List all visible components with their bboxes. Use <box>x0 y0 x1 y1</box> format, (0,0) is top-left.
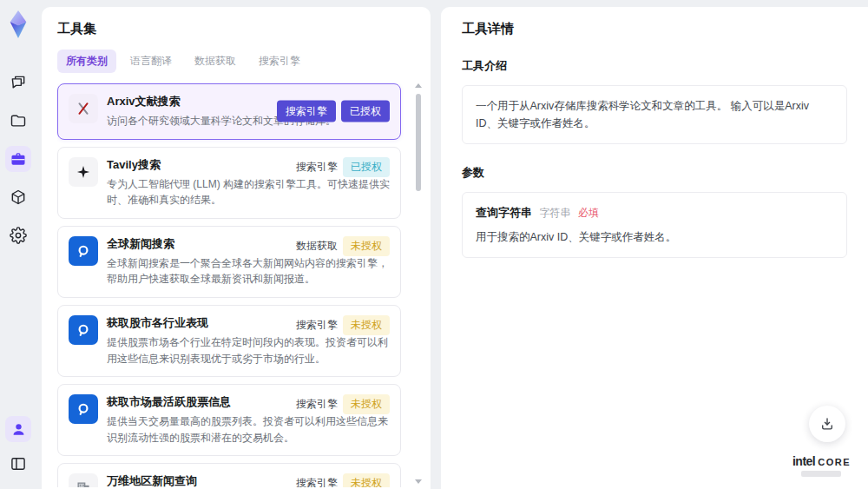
param-description: 用于搜索的Arxiv ID、关键字或作者姓名。 <box>476 228 833 246</box>
param-required-label: 必填 <box>578 207 599 219</box>
detail-title: 工具详情 <box>462 21 847 37</box>
category-label: 搜索引擎 <box>296 397 338 412</box>
cube-icon <box>10 188 27 206</box>
tool-detail-panel: 工具详情 工具介绍 一个用于从Arxiv存储库搜索科学论文和文章的工具。 输入可… <box>441 7 868 489</box>
page-title: 工具集 <box>57 21 415 37</box>
intro-box: 一个用于从Arxiv存储库搜索科学论文和文章的工具。 输入可以是Arxiv ID… <box>462 85 847 144</box>
user-icon <box>10 421 27 438</box>
app-logo[interactable] <box>4 9 32 40</box>
param-name: 查询字符串 <box>476 206 532 219</box>
news-app-icon <box>69 236 98 266</box>
status-badge: 已授权 <box>341 101 390 122</box>
tool-description: 专为人工智能代理 (LLM) 构建的搜索引擎工具。可快速提供实时、准确和真实的结… <box>107 176 390 208</box>
tool-card-tavily[interactable]: Tavily搜索 专为人工智能代理 (LLM) 构建的搜索引擎工具。可快速提供实… <box>57 147 401 219</box>
param-type: 字符串 <box>539 207 570 219</box>
brand-intel: intel <box>792 454 815 468</box>
arxiv-logo-icon <box>69 94 98 123</box>
list-scrollbar[interactable] <box>414 83 423 484</box>
tool-card-regional-news[interactable]: 万维地区新闻查询 查询具体行政区划内的新闻，快速了解各地新闻动 搜索引擎 未授权 <box>57 463 401 487</box>
tab-translation[interactable]: 语言翻译 <box>122 50 181 73</box>
params-heading: 参数 <box>462 165 847 181</box>
folder-icon <box>10 112 27 129</box>
sidebar-item-tools[interactable] <box>5 146 31 172</box>
panel-toggle-icon <box>10 455 27 472</box>
tool-list: Arxiv文献搜索 访问各个研究领域大量科学论文和文章的存储库。 搜索引擎 已授… <box>57 83 415 487</box>
category-label: 搜索引擎 <box>296 160 338 175</box>
tool-card-global-news[interactable]: 全球新闻搜索 全球新闻搜索是一个聚合全球各大新闻网站内容的搜索引擎，帮助用户快速… <box>57 226 401 298</box>
toolbox-icon <box>10 150 27 168</box>
status-badge: 未授权 <box>343 236 390 256</box>
sidebar-item-packages[interactable] <box>5 184 31 210</box>
tool-list-panel: 工具集 所有类别 语言翻译 数据获取 搜索引擎 Arxiv文献搜索 访问各个研究… <box>42 7 431 489</box>
intro-heading: 工具介绍 <box>462 58 847 74</box>
brand-core: core <box>818 457 851 467</box>
gear-icon <box>10 227 27 244</box>
category-label: 数据获取 <box>296 239 338 254</box>
tool-card-arxiv[interactable]: Arxiv文献搜索 访问各个研究领域大量科学论文和文章的存储库。 搜索引擎 已授… <box>57 83 401 140</box>
tool-description: 提供当天交易量最高的股票列表。投资者可以利用这些信息来识别流动性强的股票和潜在的… <box>107 413 390 446</box>
sidebar-rail <box>0 0 36 489</box>
status-badge: 未授权 <box>343 394 390 414</box>
status-badge: 未授权 <box>343 315 390 335</box>
tool-description: 全球新闻搜索是一个聚合全球各大新闻网站内容的搜索引擎，帮助用户快速获取全球最新资… <box>107 255 390 287</box>
building-icon <box>69 473 98 487</box>
scroll-up-arrow[interactable] <box>415 83 422 88</box>
param-box: 查询字符串 字符串 必填 用于搜索的Arxiv ID、关键字或作者姓名。 <box>462 192 847 258</box>
sidebar-item-settings[interactable] <box>5 222 31 248</box>
category-label: 搜索引擎 <box>296 318 338 333</box>
scroll-down-arrow[interactable] <box>415 479 422 484</box>
category-badge: 搜索引擎 <box>277 101 336 122</box>
param-header: 查询字符串 字符串 必填 <box>476 204 833 222</box>
download-icon <box>819 416 835 432</box>
tool-card-active-stocks[interactable]: 获取市场最活跃股票信息 提供当天交易量最高的股票列表。投资者可以利用这些信息来识… <box>57 384 401 456</box>
tool-description: 提供股票市场各个行业在特定时间段内的表现。投资者可以利用这些信息来识别表现优于或… <box>107 334 390 367</box>
news-app-icon <box>69 315 98 345</box>
scrollbar-thumb[interactable] <box>416 94 421 191</box>
news-app-icon <box>69 394 98 424</box>
status-badge: 已授权 <box>343 157 390 177</box>
category-label: 搜索引擎 <box>296 476 338 487</box>
tavily-star-icon <box>69 157 98 187</box>
tab-all-categories[interactable]: 所有类别 <box>57 50 116 73</box>
sidebar-item-profile[interactable] <box>5 416 31 442</box>
category-tabs: 所有类别 语言翻译 数据获取 搜索引擎 <box>57 50 415 73</box>
tab-search-engine[interactable]: 搜索引擎 <box>250 50 309 73</box>
status-badge: 未授权 <box>343 473 390 487</box>
chat-icon <box>10 74 27 91</box>
sidebar-item-collapse[interactable] <box>5 451 31 477</box>
intro-text: 一个用于从Arxiv存储库搜索科学论文和文章的工具。 输入可以是Arxiv ID… <box>476 100 809 129</box>
sidebar-item-files[interactable] <box>5 108 31 134</box>
brand-subtext-bar <box>801 471 841 477</box>
download-button[interactable] <box>809 406 845 442</box>
tab-data-fetch[interactable]: 数据获取 <box>186 50 245 73</box>
tool-card-sector-performance[interactable]: 获取股市各行业表现 提供股票市场各个行业在特定时间段内的表现。投资者可以利用这些… <box>57 305 401 377</box>
intel-core-logo: intelcore <box>792 454 851 477</box>
sidebar-item-chat[interactable] <box>5 69 31 96</box>
